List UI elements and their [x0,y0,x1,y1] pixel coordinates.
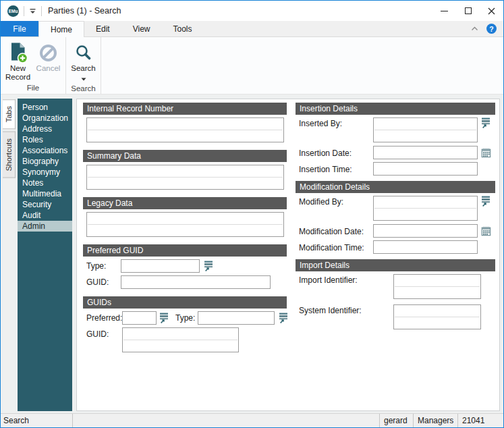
titlebar: EMu Parties (1) - Search [1,1,503,21]
insertion-time-input[interactable] [373,162,478,176]
titlebar-separator [41,6,42,16]
sidebar-item-security[interactable]: Security [18,199,72,210]
inserted-by-input[interactable] [373,117,478,142]
summary-data-input[interactable] [86,165,284,190]
sidebar-item-notes[interactable]: Notes [18,178,72,188]
new-record-icon [8,41,28,64]
side-tab-tabs-label: Tabs [5,106,13,122]
guids-preferred-input[interactable] [122,311,157,325]
field-label: Inserted By: [299,117,373,128]
ribbon-toolbar: New Record Cancel File [1,37,503,95]
sidebar-item-address[interactable]: Address [18,124,72,134]
lookup-list-icon[interactable] [279,313,288,323]
sidebar-item-biography[interactable]: Biography [18,156,72,167]
main-area: Tabs Shortcuts Person Organization Addre… [1,95,503,413]
sidebar-item-person[interactable]: Person [18,102,72,113]
field-label: Preferred: [86,313,122,323]
maximize-button[interactable] [456,1,480,21]
import-identifier-input[interactable] [393,274,481,299]
field-label: System Identifier: [299,304,393,315]
section-insertion-details: Insertion Details Inserted By: [296,103,495,176]
modification-time-input[interactable] [373,240,478,254]
admin-form-panel: Internal Record Number Summary Data Lega… [76,99,500,411]
collapse-ribbon-icon[interactable] [471,26,478,31]
guids-guid-input[interactable] [122,327,239,352]
modification-date-input[interactable] [373,224,478,238]
form-right-column: Insertion Details Inserted By: [296,103,495,410]
minimize-icon [441,11,448,11]
search-icon [74,41,92,64]
lookup-list-icon[interactable] [481,196,491,207]
help-icon[interactable]: ? [486,24,497,34]
search-button[interactable]: Search [68,39,99,83]
tab-edit[interactable]: Edit [84,21,121,36]
preferred-guid-guid-input[interactable] [121,275,271,289]
section-header: Import Details [296,259,495,271]
minimize-button[interactable] [432,1,456,21]
window-title: Parties (1) - Search [48,6,121,16]
field-label: Insertion Time: [299,163,373,174]
side-tab-shortcuts[interactable]: Shortcuts [3,132,16,178]
lookup-list-icon[interactable] [159,313,169,323]
section-header: Insertion Details [296,103,495,115]
section-guids: GUIDs Preferred: Type: [83,296,287,352]
tab-home[interactable]: Home [38,21,84,37]
legacy-data-input[interactable] [86,212,284,237]
section-summary-data: Summary Data [83,150,287,190]
sidebar-item-associations[interactable]: Associations [18,145,72,156]
section-header: Summary Data [83,150,287,162]
sidebar-item-roles[interactable]: Roles [18,134,72,145]
field-label: Modification Date: [299,225,373,236]
status-user: gerard [379,414,413,427]
lookup-list-icon[interactable] [204,261,213,271]
cancel-button[interactable]: Cancel [33,39,63,73]
field-label: Modification Time: [299,242,373,252]
app-window: EMu Parties (1) - Search File Home Edit … [0,0,504,428]
field-label: Import Identifier: [299,274,393,285]
quick-access-dropdown-icon[interactable] [29,8,36,14]
sidebar-item-synonymy[interactable]: Synonymy [18,167,72,178]
section-header: Legacy Data [83,197,287,209]
preferred-guid-type-input[interactable] [121,259,200,273]
section-header: Modification Details [296,181,495,193]
section-header: Preferred GUID [83,244,287,257]
new-record-button[interactable]: New Record [3,39,33,82]
tab-file[interactable]: File [1,21,38,36]
status-record-count: 21041 [457,414,503,427]
section-preferred-guid: Preferred GUID Type: [83,244,287,289]
modified-by-input[interactable] [373,196,478,221]
field-label: Type: [86,261,121,271]
sidebar-item-audit[interactable]: Audit [18,210,72,221]
calendar-icon[interactable] [481,148,491,158]
calendar-icon[interactable] [481,226,491,236]
insertion-date-input[interactable] [373,146,478,159]
new-record-label: New Record [3,64,33,82]
system-identifier-input[interactable] [393,304,481,329]
status-spacer [73,414,379,427]
lookup-list-icon[interactable] [481,117,491,128]
section-legacy-data: Legacy Data [83,197,287,237]
app-logo-icon[interactable]: EMu [7,5,19,17]
tab-list-sidebar: Person Organization Address Roles Associ… [18,99,72,411]
cancel-icon [38,41,58,64]
section-header: GUIDs [83,296,287,309]
sidebar-item-multimedia[interactable]: Multimedia [18,188,72,199]
side-tab-shortcuts-label: Shortcuts [5,138,13,171]
guids-type-input[interactable] [198,311,275,325]
side-tab-tabs[interactable]: Tabs [3,99,16,129]
tab-view[interactable]: View [121,21,162,36]
section-header: Internal Record Number [83,103,287,115]
sidebar-item-admin[interactable]: Admin [18,221,72,232]
field-label: Insertion Date: [299,147,373,158]
toolbar-group-label-search: Search [68,83,99,95]
close-button[interactable] [480,1,503,21]
search-dropdown-icon[interactable] [81,74,86,83]
tab-tools[interactable]: Tools [162,21,204,36]
titlebar-separator [24,6,24,16]
close-icon [488,7,495,15]
toolbar-group-search: Search Search [66,37,101,94]
section-internal-record-number: Internal Record Number [83,103,287,142]
internal-record-number-input[interactable] [86,117,284,142]
sidebar-item-organization[interactable]: Organization [18,113,72,124]
field-label: Type: [175,313,198,323]
